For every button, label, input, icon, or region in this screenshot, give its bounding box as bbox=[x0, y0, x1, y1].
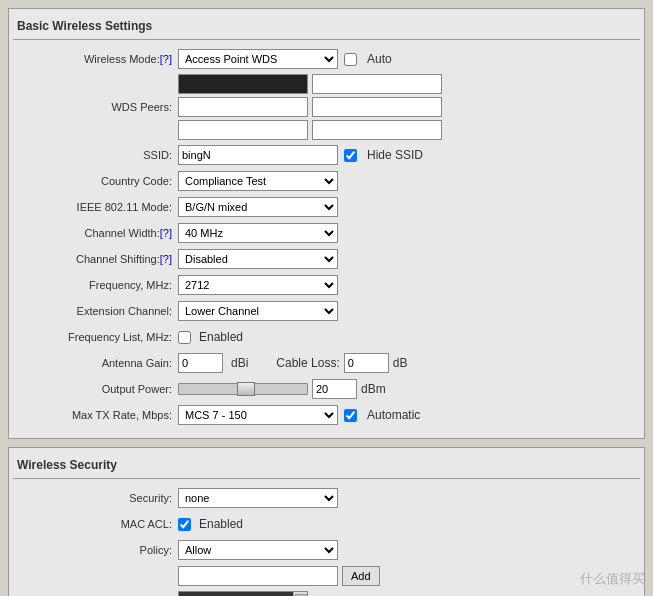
dbi-unit: dBi bbox=[231, 356, 248, 370]
wds-input-2[interactable] bbox=[312, 74, 442, 94]
policy-select[interactable]: Allow Deny bbox=[178, 540, 338, 560]
extension-channel-row: Extension Channel: Lower Channel Upper C… bbox=[13, 300, 640, 322]
mac-list-dark-row bbox=[179, 592, 307, 596]
wds-peers-label: WDS Peers: bbox=[13, 101, 178, 113]
antenna-gain-label: Antenna Gain: bbox=[13, 357, 178, 369]
ssid-input[interactable] bbox=[178, 145, 338, 165]
wireless-security-title: Wireless Security bbox=[13, 456, 640, 479]
ieee-mode-row: IEEE 802.11 Mode: B/G/N mixed N only G o… bbox=[13, 196, 640, 218]
mac-acl-row: MAC ACL: Enabled bbox=[13, 513, 640, 535]
mac-list-display[interactable] bbox=[178, 591, 308, 596]
auto-checkbox[interactable] bbox=[344, 53, 357, 66]
channel-shifting-row: Channel Shifting:[?] Disabled Enabled bbox=[13, 248, 640, 270]
mac-add-row: Add bbox=[13, 565, 640, 587]
wds-input-4[interactable] bbox=[312, 97, 442, 117]
max-tx-label: Max TX Rate, Mbps: bbox=[13, 409, 178, 421]
frequency-select[interactable]: 2712 2412 bbox=[178, 275, 338, 295]
frequency-label: Frequency, MHz: bbox=[13, 279, 178, 291]
wireless-mode-select[interactable]: Access Point WDS Access Point Client Bri… bbox=[178, 49, 338, 69]
add-button[interactable]: Add bbox=[342, 566, 380, 586]
frequency-list-enabled-label: Enabled bbox=[199, 330, 243, 344]
security-label: Security: bbox=[13, 492, 178, 504]
mac-acl-label: MAC ACL: bbox=[13, 518, 178, 530]
output-power-row: Output Power: dBm bbox=[13, 378, 640, 400]
security-row: Security: none WPA2 Personal WPA Persona… bbox=[13, 487, 640, 509]
antenna-cable-row: Antenna Gain: dBi Cable Loss: dB bbox=[13, 352, 640, 374]
channel-shifting-label: Channel Shifting:[?] bbox=[13, 253, 178, 265]
output-power-input[interactable] bbox=[312, 379, 357, 399]
frequency-list-label: Frequency List, MHz: bbox=[13, 331, 178, 343]
max-tx-select[interactable]: MCS 7 - 150 MCS 6 - 130 bbox=[178, 405, 338, 425]
ssid-label: SSID: bbox=[13, 149, 178, 161]
policy-row: Policy: Allow Deny bbox=[13, 539, 640, 561]
wireless-security-section: Wireless Security Security: none WPA2 Pe… bbox=[8, 447, 645, 596]
automatic-checkbox[interactable] bbox=[344, 409, 357, 422]
antenna-gain-input[interactable] bbox=[178, 353, 223, 373]
dbm-unit: dBm bbox=[361, 382, 386, 396]
output-power-slider-thumb[interactable] bbox=[237, 382, 255, 396]
output-power-slider-track[interactable] bbox=[178, 383, 308, 395]
hide-ssid-checkbox[interactable] bbox=[344, 149, 357, 162]
ssid-row: SSID: Hide SSID bbox=[13, 144, 640, 166]
frequency-list-row: Frequency List, MHz: Enabled bbox=[13, 326, 640, 348]
channel-shifting-select[interactable]: Disabled Enabled bbox=[178, 249, 338, 269]
auto-label: Auto bbox=[367, 52, 392, 66]
watermark: 什么值得买 bbox=[580, 570, 645, 588]
channel-width-row: Channel Width:[?] 40 MHz 20 MHz bbox=[13, 222, 640, 244]
wds-input-3[interactable] bbox=[178, 97, 308, 117]
hide-ssid-label: Hide SSID bbox=[367, 148, 423, 162]
basic-wireless-section: Basic Wireless Settings Wireless Mode:[?… bbox=[8, 8, 645, 439]
mac-add-input[interactable] bbox=[178, 566, 338, 586]
wireless-mode-label: Wireless Mode:[?] bbox=[13, 53, 178, 65]
security-select[interactable]: none WPA2 Personal WPA Personal bbox=[178, 488, 338, 508]
wds-input-1[interactable] bbox=[178, 74, 308, 94]
policy-label: Policy: bbox=[13, 544, 178, 556]
cable-loss-input[interactable] bbox=[344, 353, 389, 373]
mac-list-row bbox=[13, 591, 640, 596]
ieee-mode-label: IEEE 802.11 Mode: bbox=[13, 201, 178, 213]
channel-width-select[interactable]: 40 MHz 20 MHz bbox=[178, 223, 338, 243]
wds-input-6[interactable] bbox=[312, 120, 442, 140]
wds-peers-inputs bbox=[178, 74, 442, 140]
wireless-mode-row: Wireless Mode:[?] Access Point WDS Acces… bbox=[13, 48, 640, 70]
country-code-label: Country Code: bbox=[13, 175, 178, 187]
country-code-row: Country Code: Compliance Test United Sta… bbox=[13, 170, 640, 192]
mac-list-scrollbar[interactable] bbox=[293, 592, 307, 596]
automatic-label: Automatic bbox=[367, 408, 420, 422]
output-power-label: Output Power: bbox=[13, 383, 178, 395]
db-unit: dB bbox=[393, 356, 408, 370]
wds-peers-row: WDS Peers: bbox=[13, 74, 640, 140]
max-tx-row: Max TX Rate, Mbps: MCS 7 - 150 MCS 6 - 1… bbox=[13, 404, 640, 426]
frequency-row: Frequency, MHz: 2712 2412 bbox=[13, 274, 640, 296]
ieee-mode-select[interactable]: B/G/N mixed N only G only bbox=[178, 197, 338, 217]
frequency-list-checkbox[interactable] bbox=[178, 331, 191, 344]
extension-channel-select[interactable]: Lower Channel Upper Channel bbox=[178, 301, 338, 321]
basic-wireless-title: Basic Wireless Settings bbox=[13, 17, 640, 40]
cable-loss-label: Cable Loss: bbox=[276, 356, 339, 370]
extension-channel-label: Extension Channel: bbox=[13, 305, 178, 317]
country-code-select[interactable]: Compliance Test United States bbox=[178, 171, 338, 191]
channel-width-label: Channel Width:[?] bbox=[13, 227, 178, 239]
mac-acl-checkbox[interactable] bbox=[178, 518, 191, 531]
wds-input-5[interactable] bbox=[178, 120, 308, 140]
mac-acl-enabled-label: Enabled bbox=[199, 517, 243, 531]
